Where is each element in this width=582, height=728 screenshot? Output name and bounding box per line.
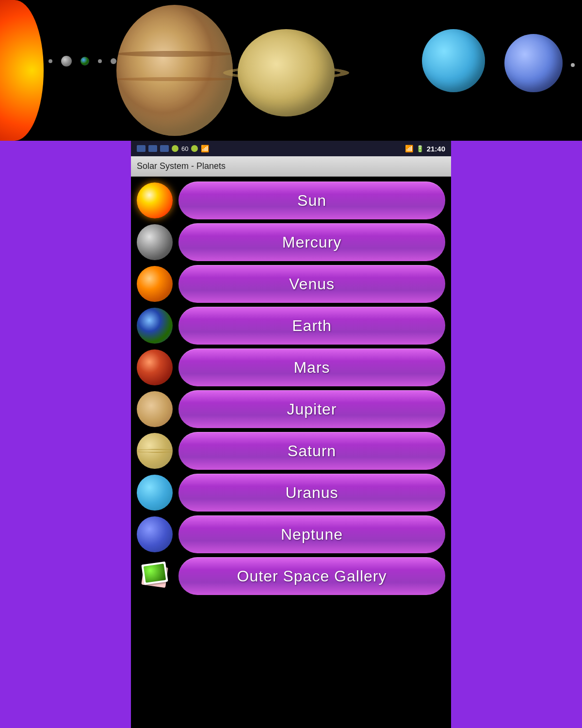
sun-icon [137,182,173,218]
list-item: Venus [131,265,451,303]
mars-icon [137,349,173,385]
saturn-button[interactable]: Saturn [178,432,445,470]
gallery-button[interactable]: Outer Space Gallery [178,557,445,595]
jupiter-button[interactable]: Jupiter [178,390,445,428]
list-item: Mercury [131,223,451,261]
banner-dot2 [98,59,102,63]
list-item: Uranus [131,474,451,512]
mars-label: Mars [293,359,330,377]
battery-icon: 🔋 [416,145,424,152]
neptune-icon [137,516,173,552]
banner-earth-small [81,57,89,66]
list-item: Mars [131,348,451,386]
gallery-icon-wrap [137,558,173,594]
app-title: Solar System - Planets [137,161,226,171]
android-icon2 [191,145,198,152]
mercury-label: Mercury [282,233,342,251]
clock-display: 21:40 [427,145,445,153]
earth-button[interactable]: Earth [178,307,445,345]
banner-sun-image [0,0,44,141]
notification-count: 60 [181,145,188,152]
uranus-icon [137,475,173,511]
mercury-button[interactable]: Mercury [178,223,445,261]
banner-mercury-small [61,56,72,66]
list-item: Saturn [131,432,451,470]
banner-star [571,63,575,67]
facebook-icon3 [160,145,169,152]
neptune-button[interactable]: Neptune [178,515,445,553]
sun-label: Sun [297,192,326,210]
space-banner [0,0,582,141]
banner-jupiter-image [116,5,233,136]
jupiter-icon [137,391,173,427]
mercury-icon [137,224,173,260]
saturn-label: Saturn [288,442,336,460]
status-right-icons: 📶 🔋 21:40 [405,145,445,153]
list-item: Jupiter [131,390,451,428]
venus-label: Venus [289,275,335,293]
facebook-icon [137,145,146,152]
earth-icon [137,308,173,344]
app-bar: Solar System - Planets [131,156,451,177]
list-item: Earth [131,307,451,345]
banner-saturn-image [223,10,349,136]
signal-icon: 📶 [405,145,413,152]
list-item: Neptune [131,515,451,553]
venus-icon [137,266,173,302]
jupiter-label: Jupiter [287,400,337,418]
mars-button[interactable]: Mars [178,348,445,386]
small-planets-row [48,56,116,66]
gallery-label: Outer Space Gallery [237,567,387,585]
uranus-label: Uranus [285,484,338,502]
earth-label: Earth [292,317,331,335]
banner-neptune-image [504,34,563,92]
list-item: Sun [131,182,451,219]
wifi-icon: 📶 [201,145,209,152]
list-item: Outer Space Gallery [131,557,451,595]
gallery-front-card [141,562,168,585]
banner-dot1 [48,59,52,63]
sun-button[interactable]: Sun [178,182,445,219]
status-left-icons: 60 📶 [137,145,209,152]
saturn-icon [137,433,173,469]
neptune-label: Neptune [281,526,343,544]
android-icon [172,145,178,152]
status-bar: 60 📶 📶 🔋 21:40 [131,141,451,156]
uranus-button[interactable]: Uranus [178,474,445,512]
banner-uranus-image [422,29,485,92]
planet-list: Sun Mercury Venus Earth Mars Jupiter [131,177,451,728]
venus-button[interactable]: Venus [178,265,445,303]
facebook-icon2 [148,145,157,152]
banner-dot3 [111,58,116,64]
banner-saturn-body [238,29,335,116]
